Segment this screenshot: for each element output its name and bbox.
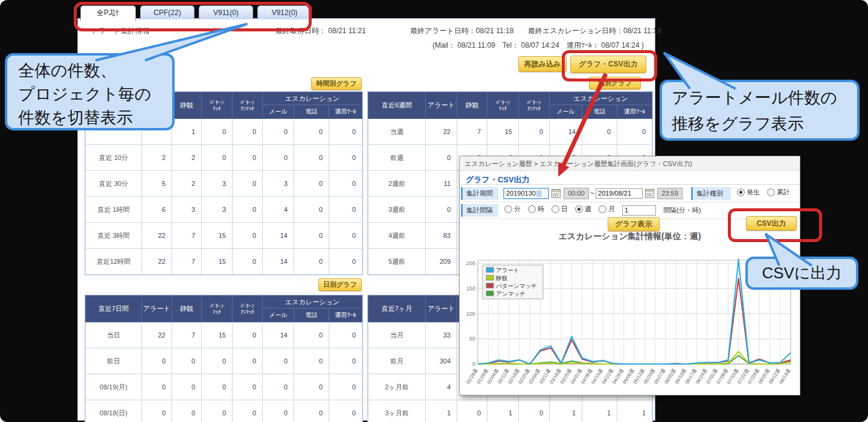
svg-text:0: 0 — [472, 361, 475, 367]
table-cell: 22 — [142, 322, 172, 348]
hourly-graph-button[interactable]: 時間別グラフ — [311, 77, 362, 90]
column-header: ﾊﾟﾀｰﾝ ﾏｯﾁ — [202, 296, 233, 322]
interval-radio-option-時[interactable]: 時 — [528, 205, 544, 214]
column-header: メール — [263, 105, 294, 119]
table-cell: 14 — [263, 249, 294, 275]
csv-callout-bubble: CSVに出力 — [745, 257, 858, 290]
tab-全PJ計[interactable]: 全PJ計 — [80, 5, 136, 21]
table-cell: 0 — [426, 197, 457, 223]
interval-radio-option-週[interactable]: 週 — [575, 205, 591, 214]
start-time-field: 00:00 — [564, 188, 589, 199]
radio-icon[interactable] — [504, 205, 512, 213]
column-header: ﾊﾟﾀｰﾝ ﾏｯﾁ — [202, 92, 233, 119]
end-time-field: 23:59 — [657, 188, 683, 199]
table-cell: 前週 — [368, 145, 426, 171]
interval-radio-option-日[interactable]: 日 — [551, 205, 568, 214]
table-cell: 0 — [233, 171, 263, 197]
table-cell: 0 — [263, 400, 294, 422]
column-header: 直近7ヶ月 — [368, 296, 426, 322]
table-cell: 0 — [329, 171, 362, 197]
calendar-icon[interactable] — [645, 189, 654, 198]
daily-graph-button[interactable]: 日別グラフ — [318, 278, 362, 291]
radio-label: 週 — [585, 205, 591, 214]
interval-value-input[interactable]: 1 — [622, 205, 656, 216]
table-cell: 2週前 — [368, 171, 426, 197]
radio-icon[interactable] — [767, 188, 775, 196]
period-start-input[interactable]: 20190130 — [503, 188, 549, 199]
period-row: 集計期間 20190130 00:00 ~ 2019/08/21 23:59 集… — [461, 184, 800, 202]
table-cell: 0 — [233, 348, 263, 374]
radio-label: 月 — [608, 205, 615, 214]
table-cell: 22 — [142, 223, 172, 249]
radio-icon[interactable] — [528, 205, 536, 213]
weekly-graph-button[interactable]: 週別グラフ — [589, 77, 641, 89]
table-cell: 0 — [329, 348, 362, 374]
table-cell: 2 — [142, 145, 172, 171]
table-cell: 0 — [233, 223, 263, 249]
radio-icon[interactable] — [575, 205, 583, 213]
table-cell: 7 — [172, 249, 202, 275]
show-graph-button[interactable]: グラフ表示 — [608, 217, 660, 231]
radio-icon[interactable] — [551, 205, 559, 213]
table-cell: 0 — [582, 119, 617, 145]
period-end-input[interactable]: 2019/08/21 — [596, 188, 643, 199]
radio-icon[interactable] — [599, 205, 606, 213]
table-row: 直近 30分5230300 — [86, 171, 362, 197]
column-header: 運用ﾂｰﾙ — [617, 105, 652, 119]
table-cell: 0 — [294, 374, 329, 400]
graph-csv-export-button[interactable]: グラフ・CSV出力 — [570, 56, 646, 73]
radio-label: 日 — [561, 205, 568, 214]
column-header: 直近6週間 — [368, 92, 426, 119]
type-radio-group: 発生累計 — [737, 188, 797, 199]
column-header: メール — [263, 309, 294, 322]
table-cell: 0 — [233, 145, 263, 171]
table-cell: 304 — [426, 348, 457, 374]
table-cell: 0 — [263, 119, 294, 145]
table-cell: 5週前 — [368, 249, 426, 275]
table-cell: 0 — [329, 400, 362, 422]
column-header: エスカレーション — [263, 296, 362, 309]
calendar-icon[interactable] — [551, 189, 561, 198]
callout-text: 推移をグラフ表示 — [672, 111, 857, 137]
table-cell: 15 — [202, 249, 233, 275]
type-radio-option-累計[interactable]: 累計 — [767, 188, 790, 197]
reload-button[interactable]: 再読み込み — [518, 56, 567, 72]
callout-text: アラートメール件数の — [672, 85, 857, 111]
csv-export-button[interactable]: CSV出力 — [746, 216, 797, 231]
table-cell: 0 — [457, 400, 487, 422]
table-cell: 0 — [294, 322, 329, 348]
period-label: 集計期間 — [461, 187, 498, 200]
column-header: ﾊﾟﾀｰﾝ ﾏｯﾁ — [487, 92, 519, 119]
tab-V911(0)[interactable]: V911(0) — [199, 5, 253, 19]
type-radio-option-発生[interactable]: 発生 — [737, 188, 760, 197]
table-cell: 0 — [202, 348, 233, 374]
table-cell: 3 — [172, 197, 202, 223]
table-cell: 0 — [294, 119, 329, 145]
table-cell: 0 — [142, 400, 172, 422]
table-cell: 4 — [263, 197, 294, 223]
column-header: 静観 — [172, 296, 202, 322]
project-tab-strip: 全PJ計CPF(22)V911(0)V912(0) — [80, 5, 312, 21]
interval-radio-option-分[interactable]: 分 — [504, 205, 521, 214]
interval-radio-group: 分時日週月 — [504, 205, 622, 216]
radio-label: 累計 — [777, 188, 790, 197]
screenshot-canvas: アラート集計情報 最終取得日時： 08/21 11:21 最終アラート日時：08… — [0, 0, 868, 422]
table-cell: 0 — [172, 400, 202, 422]
last-alert-datetime: 最終アラート日時：08/21 11:18 — [410, 26, 513, 36]
tab-V912(0)[interactable]: V912(0) — [257, 5, 312, 19]
table-cell: 0 — [172, 374, 202, 400]
table-cell: 0 — [263, 374, 294, 400]
table-cell: 0 — [294, 171, 329, 197]
radio-icon[interactable] — [737, 188, 745, 196]
radio-label: 分 — [514, 205, 521, 214]
table-cell: 08/19(月) — [86, 374, 142, 400]
table-cell: 直近 1時間 — [86, 197, 142, 223]
tab-CPF(22)[interactable]: CPF(22) — [140, 5, 194, 19]
table-cell: 0 — [202, 145, 233, 171]
escalation-detail-line: (Mail： 08/21 11:09 Tel： 08/07 14:24 運用ﾂｰ… — [432, 40, 644, 51]
table-cell: 3週前 — [368, 197, 426, 223]
interval-radio-option-月[interactable]: 月 — [599, 205, 615, 214]
column-header: メール — [550, 105, 582, 119]
column-header: 電話 — [294, 105, 329, 119]
column-header: 電話 — [294, 309, 329, 322]
